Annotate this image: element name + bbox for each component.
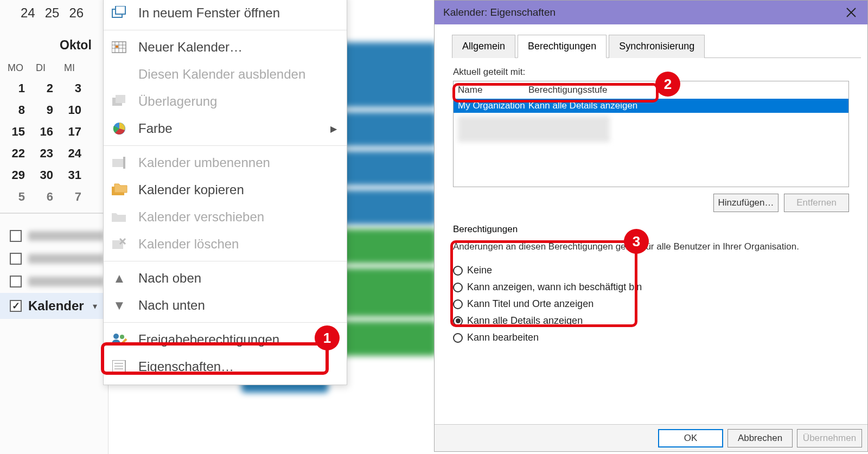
mini-day[interactable]: 23 [36,146,53,161]
dialog-titlebar[interactable]: Kalender: Eigenschaften [435,1,867,24]
new-window-icon [110,5,129,21]
checkbox-checked-icon[interactable] [10,300,22,312]
calendar-properties-dialog: Kalender: Eigenschaften Allgemein Berech… [434,0,868,452]
ctx-copy-calendar[interactable]: Kalender kopieren [104,176,347,203]
svg-rect-1 [116,6,125,14]
annotation-badge-3: 3 [624,229,649,254]
ok-button[interactable]: OK [658,429,723,447]
ctx-move-up[interactable]: ▲ Nach oben [104,265,347,292]
add-button[interactable]: Hinzufügen… [713,194,778,212]
annotation-box-1 [101,342,329,375]
blurred-perm-row [458,116,610,142]
close-button[interactable] [840,2,862,23]
mini-date[interactable]: 24 [21,5,35,21]
ctx-label: Kalender löschen [138,236,239,252]
calendar-list-item[interactable] [10,270,108,293]
mini-day[interactable]: 17 [64,125,81,139]
blank-icon [110,66,129,82]
mini-top-dates: 24 25 26 [0,0,108,26]
ctx-label: Überlagerung [138,94,217,109]
mini-day[interactable]: 31 [64,168,81,182]
ctx-overlay: Überlagerung [104,88,347,115]
close-icon [846,8,856,17]
ctx-open-new-window[interactable]: In neuem Fenster öffnen [104,0,347,27]
separator [104,30,347,30]
annotation-badge-2: 2 [655,72,680,97]
dialog-title: Kalender: Eigenschaften [443,7,556,18]
dow: MI [64,62,85,74]
svg-rect-13 [123,157,125,169]
mini-day[interactable]: 24 [64,146,81,161]
mini-day[interactable]: 6 [36,190,53,204]
kalender-label: Kalender [28,298,84,314]
separator [104,145,347,146]
ctx-new-calendar[interactable]: Neuer Kalender… [104,34,347,61]
mini-day[interactable]: 2 [36,81,53,95]
mini-day[interactable]: 7 [64,190,81,204]
calendar-context-menu: In neuem Fenster öffnen Neuer Kalender… … [103,0,347,385]
color-pie-icon [110,120,129,137]
ctx-rename: Kalender umbenennen [104,149,347,176]
cancel-button[interactable]: Abbrechen [727,429,793,447]
tab-general[interactable]: Allgemein [452,35,515,58]
calendar-list-item[interactable] [10,225,108,247]
ctx-label: Diesen Kalender ausblenden [138,67,305,82]
mini-day[interactable]: 5 [8,190,25,204]
ctx-move-down[interactable]: ▼ Nach unten [104,292,347,319]
ctx-label: Nach oben [138,271,201,286]
mini-calendar-pane: 24 25 26 Oktol MO DI MI 1 2 3 8 9 10 15 … [0,0,108,454]
dow: DI [36,62,56,74]
svg-point-18 [120,335,124,339]
annotation-badge-1: 1 [315,325,340,350]
submenu-arrow-icon: ▶ [330,124,337,134]
calendar-grid-icon [110,39,129,55]
calendar-list-item-kalender[interactable]: Kalender ▾ [0,293,108,319]
permissions-section-title: Berechtigungen [453,224,849,235]
dow: MO [8,62,28,74]
ctx-move-calendar: Kalender verschieben [104,203,347,231]
mini-day[interactable]: 30 [36,168,53,182]
mini-day[interactable]: 22 [8,146,25,161]
ctx-delete-calendar: Kalender löschen [104,231,347,258]
remove-button: Entfernen [784,194,849,212]
move-folder-icon [110,209,129,225]
mini-day-headers: MO DI MI [0,62,108,74]
tab-sync[interactable]: Synchronisierung [609,35,705,58]
calendar-list-item[interactable] [10,247,108,270]
mini-day[interactable]: 29 [8,168,25,182]
mini-day[interactable]: 15 [8,125,25,139]
mini-day[interactable]: 9 [36,103,53,117]
overlay-icon [110,93,129,110]
radio-icon [453,333,463,343]
apply-button: Übernehmen [797,429,862,447]
mini-day[interactable]: 16 [36,125,53,139]
radio-edit[interactable]: Kann bearbeiten [453,329,849,346]
ctx-color[interactable]: Farbe ▶ [104,115,347,142]
mini-day[interactable]: 1 [8,81,25,95]
dialog-footer: OK Abbrechen Übernehmen [435,424,867,451]
checkbox-icon[interactable] [10,253,22,265]
dialog-tabs: Allgemein Berechtigungen Synchronisierun… [452,34,861,58]
mini-day[interactable]: 10 [64,103,81,117]
blurred-label [28,254,104,264]
ctx-label: Farbe [138,121,173,136]
mini-date[interactable]: 25 [45,5,60,21]
calendar-color-swatch: ▾ [93,301,97,311]
svg-rect-12 [112,159,124,167]
blurred-label [28,277,104,286]
delete-icon [110,236,129,252]
svg-rect-10 [116,95,125,103]
separator [104,322,347,323]
mini-day[interactable]: 8 [8,103,25,117]
checkbox-icon[interactable] [10,230,22,242]
svg-rect-8 [116,46,118,48]
checkbox-icon[interactable] [10,276,22,287]
svg-point-17 [113,334,119,339]
tab-permissions[interactable]: Berechtigungen [518,35,607,58]
mini-date[interactable]: 26 [69,5,84,21]
mini-day[interactable]: 3 [64,81,81,95]
mini-month-label: Oktol [0,26,108,62]
separator [104,261,347,261]
arrow-down-icon: ▼ [110,297,129,314]
ctx-label: Neuer Kalender… [138,40,242,55]
